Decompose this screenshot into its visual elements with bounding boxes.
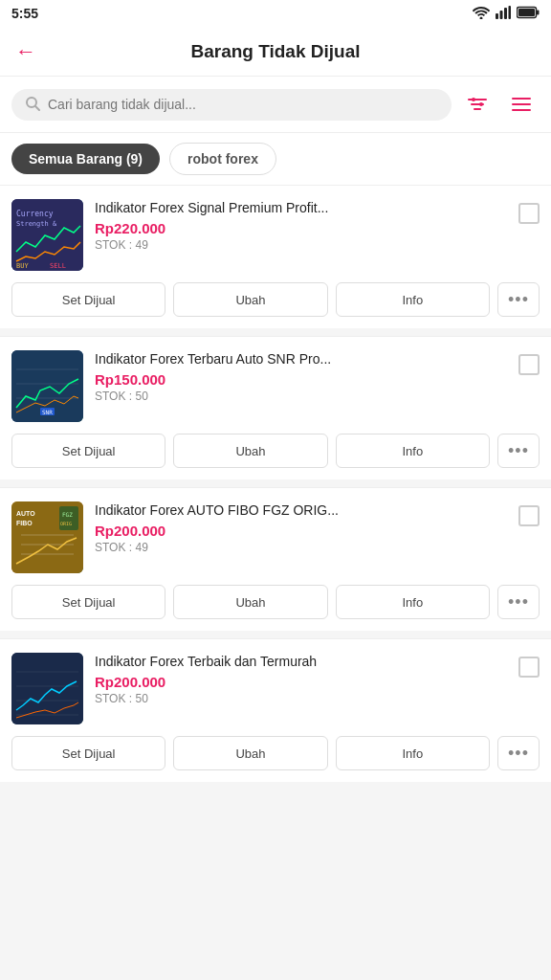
product-row-2: SNR Indikator Forex Terbaru Auto SNR Pro… (11, 350, 540, 422)
product-price-3: Rp200.000 (95, 523, 507, 539)
signal-icon (496, 6, 511, 22)
svg-rect-1 (500, 11, 503, 19)
wifi-icon (473, 6, 490, 22)
product-name-4: Indikator Forex Terbaik dan Termurah (95, 653, 507, 670)
battery-icon (517, 6, 540, 22)
svg-text:Strength &: Strength & (16, 220, 57, 228)
product-row-4: Indikator Forex Terbaik dan Termurah Rp2… (11, 653, 540, 724)
product-list: Currency Strength & BUY SELL Indikator F… (0, 186, 551, 782)
page-title: Barang Tidak Dijual (48, 41, 503, 62)
status-bar: 5:55 (0, 0, 551, 27)
product-stock-3: STOK : 49 (95, 541, 507, 554)
svg-rect-6 (518, 9, 535, 16)
set-dijual-button-1[interactable]: Set Dijual (11, 282, 165, 317)
search-input-wrap (11, 89, 452, 121)
svg-rect-5 (537, 10, 540, 14)
product-name-2: Indikator Forex Terbaru Auto SNR Pro... (95, 350, 507, 368)
product-info-3: Indikator Forex AUTO FIBO FGZ ORIG... Rp… (95, 501, 507, 554)
tabs-row: Semua Barang (9) robot forex (0, 133, 551, 186)
product-row-1: Currency Strength & BUY SELL Indikator F… (11, 199, 540, 271)
set-dijual-button-4[interactable]: Set Dijual (11, 736, 165, 770)
product-stock-4: STOK : 50 (95, 692, 507, 705)
top-navigation: ← Barang Tidak Dijual (0, 27, 551, 77)
product-image-3: AUTO FIBO FGZ ORIG (11, 501, 83, 573)
svg-rect-2 (504, 8, 507, 19)
product-checkbox-4[interactable] (518, 657, 540, 678)
ubah-button-4[interactable]: Ubah (173, 736, 327, 770)
tab-robot-forex[interactable]: robot forex (169, 143, 276, 175)
product-card-2: SNR Indikator Forex Terbaru Auto SNR Pro… (0, 337, 551, 479)
product-info-2: Indikator Forex Terbaru Auto SNR Pro... … (95, 350, 507, 403)
svg-line-8 (35, 106, 39, 110)
svg-text:SELL: SELL (50, 262, 66, 270)
product-price-2: Rp150.000 (95, 371, 507, 388)
status-icons (473, 6, 540, 22)
sort-button[interactable] (503, 86, 540, 122)
product-stock-2: STOK : 50 (95, 390, 507, 403)
product-card-3: AUTO FIBO FGZ ORIG Indikator Forex AUTO … (0, 488, 551, 631)
product-image-2: SNR (11, 350, 83, 422)
info-button-2[interactable]: Info (336, 434, 490, 468)
ubah-button-2[interactable]: Ubah (173, 434, 327, 468)
product-info-1: Indikator Forex Signal Premium Profit...… (95, 199, 507, 252)
product-price-1: Rp220.000 (95, 220, 507, 236)
product-checkbox-1[interactable] (518, 203, 540, 224)
product-checkbox-3[interactable] (518, 505, 540, 526)
action-row-4: Set Dijual Ubah Info ••• (11, 736, 540, 782)
product-image-4 (11, 653, 83, 724)
action-row-2: Set Dijual Ubah Info ••• (11, 434, 540, 479)
tab-semua-barang[interactable]: Semua Barang (9) (11, 144, 160, 174)
product-row-3: AUTO FIBO FGZ ORIG Indikator Forex AUTO … (11, 501, 540, 573)
svg-text:Currency: Currency (16, 210, 54, 218)
ubah-button-3[interactable]: Ubah (173, 585, 327, 619)
svg-text:FGZ: FGZ (62, 511, 73, 518)
svg-rect-3 (509, 6, 512, 19)
action-row-3: Set Dijual Ubah Info ••• (11, 585, 540, 631)
product-card-1: Currency Strength & BUY SELL Indikator F… (0, 186, 551, 328)
svg-rect-34 (59, 506, 78, 530)
filter-button[interactable] (459, 86, 496, 122)
more-button-4[interactable]: ••• (497, 736, 540, 770)
product-name-3: Indikator Forex AUTO FIBO FGZ ORIG... (95, 501, 507, 519)
search-area (0, 77, 551, 133)
svg-point-13 (479, 102, 483, 106)
product-image-1: Currency Strength & BUY SELL (11, 199, 83, 271)
svg-rect-37 (11, 653, 83, 724)
search-icon (25, 96, 40, 114)
more-button-1[interactable]: ••• (497, 282, 540, 317)
product-info-4: Indikator Forex Terbaik dan Termurah Rp2… (95, 653, 507, 705)
info-button-4[interactable]: Info (336, 736, 490, 770)
svg-text:BUY: BUY (16, 262, 29, 270)
svg-rect-0 (496, 13, 498, 19)
more-button-3[interactable]: ••• (497, 585, 540, 619)
product-stock-1: STOK : 49 (95, 238, 507, 252)
ubah-button-1[interactable]: Ubah (173, 282, 327, 317)
back-button[interactable]: ← (15, 41, 36, 62)
set-dijual-button-3[interactable]: Set Dijual (11, 585, 165, 619)
product-name-1: Indikator Forex Signal Premium Profit... (95, 199, 507, 216)
status-time: 5:55 (11, 6, 38, 21)
info-button-3[interactable]: Info (336, 585, 490, 619)
svg-text:AUTO: AUTO (16, 510, 35, 517)
info-button-1[interactable]: Info (336, 282, 490, 317)
svg-text:SNR: SNR (42, 409, 53, 415)
search-input[interactable] (48, 97, 438, 112)
set-dijual-button-2[interactable]: Set Dijual (11, 434, 165, 468)
product-card-4: Indikator Forex Terbaik dan Termurah Rp2… (0, 639, 551, 782)
product-checkbox-2[interactable] (518, 354, 540, 375)
more-button-2[interactable]: ••• (497, 434, 540, 468)
svg-text:FIBO: FIBO (16, 520, 33, 526)
svg-point-12 (472, 98, 475, 101)
svg-text:ORIG: ORIG (60, 521, 72, 526)
product-price-4: Rp200.000 (95, 674, 507, 690)
action-row-1: Set Dijual Ubah Info ••• (11, 282, 540, 328)
